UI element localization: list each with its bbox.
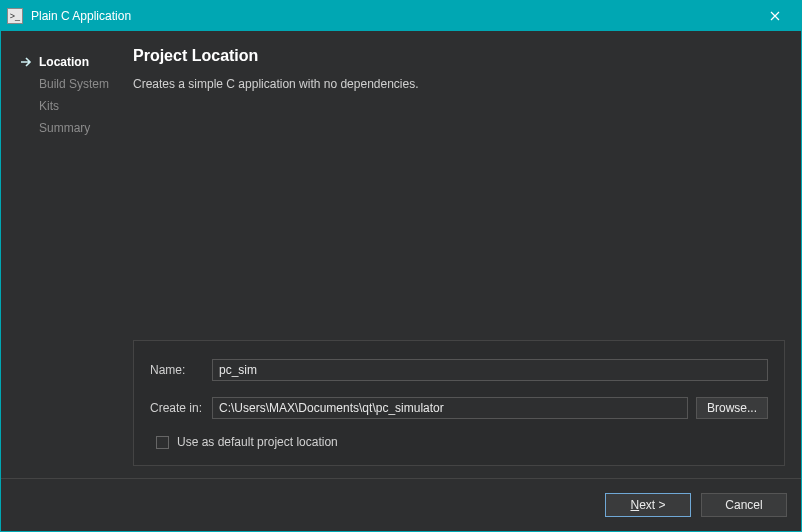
form-row-name: Name: <box>150 359 768 381</box>
path-input[interactable] <box>212 397 688 419</box>
window-title: Plain C Application <box>31 9 755 23</box>
wizard-step-label: Summary <box>39 121 90 135</box>
main-panel: Project Location Creates a simple C appl… <box>121 31 801 478</box>
page-title: Project Location <box>133 47 785 65</box>
close-button[interactable] <box>755 1 795 31</box>
path-label: Create in: <box>150 401 212 415</box>
checkbox-icon[interactable] <box>156 436 169 449</box>
wizard-step-kits[interactable]: Kits <box>1 95 121 117</box>
close-icon <box>770 11 780 21</box>
wizard-step-build-system[interactable]: Build System <box>1 73 121 95</box>
page-description: Creates a simple C application with no d… <box>133 77 785 91</box>
wizard-step-location[interactable]: Location <box>1 51 121 73</box>
form-box: Name: Create in: Browse... Use as defaul… <box>133 340 785 466</box>
form-row-path: Create in: Browse... <box>150 397 768 419</box>
wizard-sidebar: Location Build System Kits Summary <box>1 31 121 478</box>
wizard-step-label: Build System <box>39 77 109 91</box>
wizard-step-label: Location <box>39 55 89 69</box>
arrow-right-icon <box>21 57 39 67</box>
name-label: Name: <box>150 363 212 377</box>
browse-button[interactable]: Browse... <box>696 397 768 419</box>
wizard-step-summary[interactable]: Summary <box>1 117 121 139</box>
titlebar: >_ Plain C Application <box>1 1 801 31</box>
footer: Next > Cancel <box>1 479 801 531</box>
app-icon: >_ <box>7 8 23 24</box>
next-button[interactable]: Next > <box>605 493 691 517</box>
default-location-label: Use as default project location <box>177 435 338 449</box>
name-input[interactable] <box>212 359 768 381</box>
form-row-default-location[interactable]: Use as default project location <box>150 435 768 449</box>
wizard-step-label: Kits <box>39 99 59 113</box>
cancel-button[interactable]: Cancel <box>701 493 787 517</box>
content: Location Build System Kits Summary Proje… <box>1 31 801 478</box>
